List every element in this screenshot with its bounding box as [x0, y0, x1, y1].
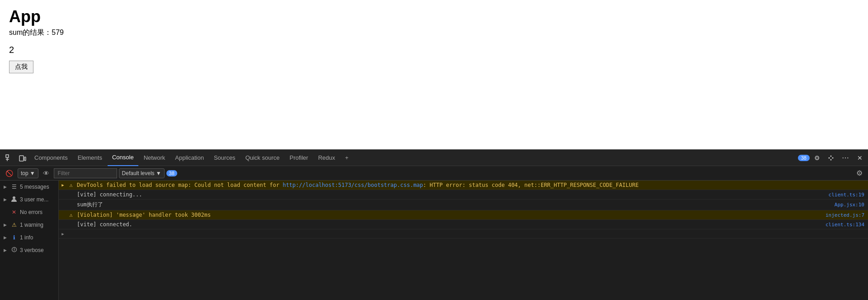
warning-icon: ⚠ — [10, 222, 18, 228]
sum-executed-file[interactable]: App.jsx:10 — [835, 202, 868, 208]
customize-icon[interactable] — [825, 152, 837, 163]
log-level-selector[interactable]: Default levels ▼ — [119, 168, 165, 178]
log-level-value: Default levels — [122, 170, 155, 176]
expand-vite-connecting-icon — [59, 191, 67, 192]
count-warnings[interactable]: ▶ ⚠ 1 warning — [0, 219, 58, 231]
message-violation[interactable]: ⚠ [Violation] 'message' handler took 300… — [59, 210, 868, 220]
svg-point-8 — [830, 159, 832, 160]
no-icon-2 — [67, 200, 75, 201]
toolbar-right: 38 ⚙ ⋯ ✕ — [796, 152, 865, 164]
sum-executed-text: sum执行了 — [75, 200, 831, 209]
tab-elements[interactable]: Elements — [73, 150, 107, 166]
console-bar: 🚫 top ▼ 👁 Default levels ▼ 38 ⚙ — [0, 166, 868, 181]
filter-input[interactable] — [54, 168, 117, 178]
expand-messages-icon: ▶ — [4, 185, 10, 189]
clear-console-icon[interactable]: 🚫 — [3, 169, 16, 178]
app-area: App sum的结果：579 2 点我 — [0, 0, 868, 149]
tab-quick-source[interactable]: Quick source — [241, 150, 284, 166]
tab-network[interactable]: Network — [139, 150, 170, 166]
message-sum-executed[interactable]: sum执行了 App.jsx:10 — [59, 200, 868, 210]
tab-application[interactable]: Application — [170, 150, 208, 166]
verbose-label: 3 verbose — [20, 247, 55, 253]
devtools-toolbar: Components Elements Console Network Appl… — [0, 150, 868, 166]
context-selector[interactable]: top ▼ — [18, 168, 38, 178]
violation-text: [Violation] 'message' handler took 3002m… — [75, 211, 822, 219]
info-label: 1 info — [20, 234, 55, 241]
message-vite-connecting[interactable]: [vite] connecting... client.ts:19 — [59, 190, 868, 200]
expand-arrow-icon[interactable] — [59, 230, 67, 236]
devtools-panel: Components Elements Console Network Appl… — [0, 149, 868, 300]
device-toggle-icon[interactable] — [16, 152, 29, 163]
message-devtools-error[interactable]: ⚠ DevTools failed to load source map: Co… — [59, 181, 868, 190]
all-messages-label: 5 messages — [20, 184, 55, 190]
console-badge: 38 — [166, 170, 177, 176]
chevron-down-icon: ▼ — [30, 170, 35, 176]
tab-profiler[interactable]: Profiler — [285, 150, 313, 166]
app-title: App — [9, 7, 859, 26]
expand-user-messages-icon: ▶ — [4, 197, 10, 202]
expand-row-text — [75, 230, 868, 231]
count-no-errors[interactable]: ▶ ✕ No errors — [0, 206, 58, 219]
vite-connected-text: [vite] connected. — [75, 221, 822, 228]
message-expand-row[interactable] — [59, 229, 868, 238]
verbose-icon — [10, 247, 18, 254]
count-info[interactable]: ▶ ℹ 1 info — [0, 231, 58, 244]
no-icon-1 — [67, 191, 75, 191]
console-settings-icon[interactable]: ⚙ — [854, 168, 865, 178]
message-vite-connected[interactable]: [vite] connected. client.ts:134 — [59, 220, 868, 229]
svg-rect-0 — [6, 155, 9, 157]
vite-connected-file[interactable]: client.ts:134 — [826, 222, 868, 228]
count-display: 2 — [9, 45, 859, 55]
no-errors-label: No errors — [20, 209, 55, 215]
settings-icon[interactable]: ⚙ — [811, 152, 823, 163]
count-user-messages[interactable]: ▶ 3 user me... — [0, 193, 58, 206]
warning-icon-1: ⚠ — [67, 181, 75, 188]
no-icon-4 — [67, 230, 75, 231]
expand-warnings-icon: ▶ — [4, 223, 10, 227]
svg-point-6 — [830, 155, 832, 157]
no-icon-3 — [67, 221, 75, 221]
count-all-messages[interactable]: ▶ ☰ 5 messages — [0, 181, 58, 193]
expand-sum-icon — [59, 200, 67, 201]
add-tab-button[interactable]: + — [340, 150, 353, 166]
error-icon: ✕ — [10, 209, 18, 215]
log-level-chevron-icon: ▼ — [156, 170, 161, 176]
expand-vite-connected-icon — [59, 221, 67, 222]
vite-connecting-file[interactable]: client.ts:19 — [829, 192, 868, 198]
tab-components[interactable]: Components — [30, 150, 72, 166]
list-icon: ☰ — [10, 184, 18, 190]
console-bar-right: ⚙ — [854, 168, 865, 178]
close-devtools-icon[interactable]: ✕ — [854, 152, 865, 163]
main-console: ▶ ☰ 5 messages ▶ 3 user me... ▶ ✕ No err… — [0, 181, 868, 300]
context-value: top — [21, 170, 28, 176]
console-messages[interactable]: ⚠ DevTools failed to load source map: Co… — [59, 181, 868, 300]
svg-point-5 — [829, 157, 830, 158]
tab-console[interactable]: Console — [108, 150, 138, 166]
info-icon: ℹ — [10, 234, 18, 241]
inspect-element-icon[interactable] — [3, 152, 15, 163]
eye-icon[interactable]: 👁 — [40, 169, 52, 178]
svg-point-7 — [832, 157, 834, 158]
tab-redux[interactable]: Redux — [314, 150, 340, 166]
expand-info-icon: ▶ — [4, 235, 10, 240]
user-icon — [10, 196, 18, 204]
violation-file[interactable]: injected.js:7 — [826, 212, 868, 218]
expand-violation-icon — [59, 211, 67, 212]
console-left-panel: ▶ ☰ 5 messages ▶ 3 user me... ▶ ✕ No err… — [0, 181, 59, 300]
tab-sources[interactable]: Sources — [209, 150, 240, 166]
issue-badge: 38 — [798, 155, 810, 161]
click-button[interactable]: 点我 — [9, 61, 33, 73]
count-verbose[interactable]: ▶ 3 verbose — [0, 244, 58, 257]
expand-devtools-error-icon[interactable] — [59, 181, 67, 187]
user-messages-label: 3 user me... — [20, 196, 55, 203]
warnings-label: 1 warning — [20, 222, 55, 228]
violation-icon: ⚠ — [67, 211, 75, 218]
svg-point-9 — [13, 196, 15, 199]
svg-rect-4 — [24, 157, 26, 161]
sum-result: sum的结果：579 — [9, 28, 859, 38]
expand-verbose-icon: ▶ — [4, 248, 10, 252]
svg-point-12 — [14, 248, 14, 248]
bootstrap-css-map-link[interactable]: http://localhost:5173/css/bootstrap.css.… — [283, 182, 423, 188]
more-options-icon[interactable]: ⋯ — [839, 152, 853, 164]
svg-rect-3 — [19, 156, 24, 161]
